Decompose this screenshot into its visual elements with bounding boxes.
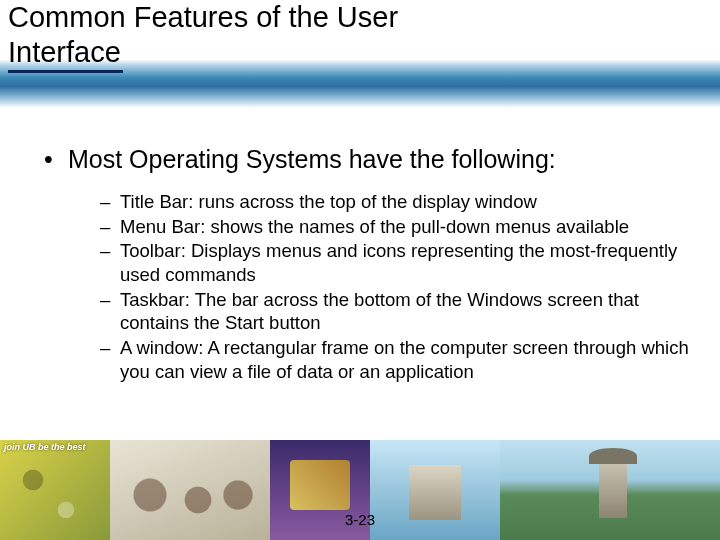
list-item: Toolbar: Displays menus and icons repres… bbox=[100, 239, 690, 286]
join-tag: join UB be the best bbox=[4, 442, 86, 452]
list-item: Taskbar: The bar across the bottom of th… bbox=[100, 288, 690, 335]
slide-title: Common Features of the User Interface bbox=[8, 0, 508, 70]
page-number: 3-23 bbox=[0, 511, 720, 528]
main-bullet: Most Operating Systems have the followin… bbox=[40, 145, 690, 174]
title-underline bbox=[8, 70, 123, 73]
sub-bullet-list: Title Bar: runs across the top of the di… bbox=[40, 190, 690, 383]
list-item: Menu Bar: shows the names of the pull-do… bbox=[100, 215, 690, 239]
content-area: Most Operating Systems have the followin… bbox=[40, 145, 690, 384]
list-item: A window: A rectangular frame on the com… bbox=[100, 336, 690, 383]
list-item: Title Bar: runs across the top of the di… bbox=[100, 190, 690, 214]
